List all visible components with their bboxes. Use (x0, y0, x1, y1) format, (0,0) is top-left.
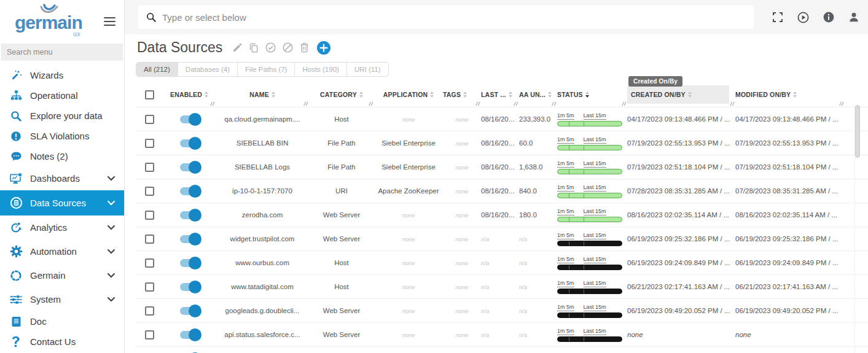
select-all-checkbox[interactable] (145, 90, 154, 99)
status-widget[interactable]: 1m 5m Last 15m (557, 208, 622, 222)
scrollbar-thumb[interactable] (855, 105, 860, 158)
vertical-scrollbar[interactable] (854, 103, 860, 353)
fullscreen-icon[interactable] (772, 12, 783, 23)
col-header-tags[interactable]: TAGS (443, 82, 481, 107)
row-checkbox[interactable] (145, 282, 154, 292)
play-circle-icon[interactable] (797, 12, 809, 23)
table-row[interactable]: ...lightni... Web Server none none 08/15… (136, 346, 868, 353)
column-resize-handle[interactable] (210, 101, 216, 107)
sort-icon[interactable] (509, 91, 512, 98)
column-resize-handle[interactable] (839, 101, 845, 107)
status-widget[interactable]: 1m 5m Last 15m (557, 328, 622, 342)
disable-icon[interactable] (283, 42, 293, 53)
data-source-name[interactable]: api.status.salesforce.c... (224, 331, 300, 338)
add-button[interactable] (316, 41, 331, 55)
row-checkbox[interactable] (145, 187, 154, 196)
sort-icon[interactable] (688, 91, 692, 98)
tab-hosts[interactable]: Hosts (190) (295, 63, 346, 76)
data-source-name[interactable]: widget.trustpilot.com (230, 235, 295, 242)
sort-icon[interactable] (205, 91, 208, 98)
enabled-toggle[interactable] (180, 235, 199, 243)
sort-icon[interactable] (272, 91, 275, 98)
column-resize-handle[interactable] (475, 101, 481, 107)
tab-all[interactable]: All (212) (136, 63, 178, 76)
row-checkbox[interactable] (145, 235, 154, 244)
col-header-name[interactable]: NAME (216, 82, 309, 107)
col-header-modified-on-by[interactable]: MODIFIED ON/BY (735, 82, 845, 107)
enabled-toggle[interactable] (180, 115, 199, 123)
col-header-category[interactable]: CATEGORY (309, 82, 374, 107)
data-source-name[interactable]: SIEBELLAB Logs (235, 163, 290, 171)
sidebar-item-contact-us[interactable]: Contact Us (0, 332, 124, 352)
status-widget[interactable]: 1m 5m Last 15m (557, 136, 622, 150)
data-source-name[interactable]: www.tatadigital.com (231, 283, 294, 290)
sort-icon[interactable] (793, 91, 797, 98)
col-header-created-on-by[interactable]: CREATED ON/BY Created On/By (627, 82, 735, 107)
row-checkbox[interactable] (145, 115, 154, 124)
sidebar-item-explore-your-data[interactable]: Explore your data (0, 106, 124, 126)
column-resize-handle[interactable] (514, 101, 519, 107)
enabled-toggle[interactable] (180, 163, 199, 171)
sidebar-item-automation[interactable]: Automation (0, 239, 124, 263)
sidebar-item-data-sources[interactable]: Data Sources (0, 190, 124, 215)
sort-icon[interactable] (548, 91, 552, 98)
table-row[interactable]: zerodha.com Web Server none none 08/16/2… (136, 203, 868, 227)
table-row[interactable]: qa.cloud.germainapm.... Host none none 0… (136, 107, 868, 131)
tab-file-paths[interactable]: File Paths (7) (238, 63, 295, 76)
column-resize-handle[interactable] (730, 101, 735, 107)
col-header-enabled[interactable]: ENABLED (163, 82, 216, 107)
sort-icon[interactable] (585, 91, 589, 98)
info-icon[interactable] (823, 12, 834, 23)
table-row[interactable]: ip-10-0-1-157:7070 URI Apache ZooKeeper … (136, 179, 868, 203)
user-icon[interactable] (848, 12, 859, 23)
enabled-toggle[interactable] (180, 331, 199, 339)
tab-uri[interactable]: URI (11) (347, 63, 388, 76)
sidebar-item-notes[interactable]: Notes (2) (0, 146, 124, 166)
hovered-column-header[interactable]: CREATED ON/BY Created On/By (627, 85, 729, 104)
sidebar-item-dashboards[interactable]: Dashboards (0, 166, 124, 190)
status-widget[interactable]: 1m 5m Last 15m (557, 256, 622, 270)
col-header-aa-un[interactable]: AA UN... (519, 82, 557, 107)
status-widget[interactable]: 1m 5m Last 15m (557, 232, 622, 246)
data-source-name[interactable]: zerodha.com (242, 211, 283, 219)
row-checkbox[interactable] (145, 163, 154, 172)
table-row[interactable]: widget.trustpilot.com Web Server none no… (136, 227, 868, 250)
row-checkbox[interactable] (145, 258, 154, 268)
edit-icon[interactable] (232, 43, 242, 53)
status-widget[interactable]: 1m 5m Last 15m (557, 304, 622, 318)
sidebar-search-input[interactable] (7, 48, 117, 56)
column-resize-handle[interactable] (369, 101, 374, 107)
row-checkbox[interactable] (145, 306, 154, 316)
sidebar-item-analytics[interactable]: Analytics (0, 215, 124, 239)
column-resize-handle[interactable] (552, 101, 557, 107)
enabled-toggle[interactable] (180, 283, 199, 291)
column-resize-handle[interactable] (622, 101, 627, 107)
sidebar-search[interactable] (1, 44, 123, 61)
enabled-toggle[interactable] (180, 139, 199, 147)
enabled-toggle[interactable] (180, 259, 199, 267)
data-source-name[interactable]: ip-10-0-1-157:7070 (232, 187, 292, 195)
sidebar-item-germain[interactable]: Germain (0, 263, 124, 287)
global-search[interactable] (138, 6, 754, 29)
data-source-name[interactable]: qa.cloud.germainapm.... (224, 115, 300, 123)
row-checkbox[interactable] (145, 330, 154, 339)
sidebar-item-sla-violations[interactable]: SLA Violations (0, 126, 124, 146)
sidebar-item-doc[interactable]: Doc (0, 311, 124, 332)
tab-databases[interactable]: Databases (4) (178, 63, 238, 76)
delete-icon[interactable] (300, 42, 309, 53)
status-widget[interactable]: 1m 5m Last 15m (557, 160, 622, 174)
row-checkbox[interactable] (145, 211, 154, 220)
enabled-toggle[interactable] (180, 187, 199, 195)
data-source-name[interactable]: SIEBELLAB BIN (237, 139, 288, 147)
enabled-toggle[interactable] (180, 307, 199, 315)
sidebar-item-operational[interactable]: Operational (0, 85, 124, 106)
germain-logo[interactable]: germain ux (15, 4, 82, 37)
approve-icon[interactable] (265, 42, 276, 53)
col-header-application[interactable]: APPLICATION (374, 82, 443, 107)
data-source-name[interactable]: www.ourbus.com (235, 259, 289, 266)
sidebar-item-wizards[interactable]: Wizards (0, 65, 124, 85)
hamburger-menu-icon[interactable] (104, 15, 115, 28)
status-widget[interactable]: 1m 5m Last 15m (557, 112, 622, 126)
table-row[interactable]: www.ourbus.com Host none none n/a n/a 1m… (136, 250, 868, 274)
table-row[interactable]: googleads.g.doublecli... Web Server none… (136, 298, 868, 322)
